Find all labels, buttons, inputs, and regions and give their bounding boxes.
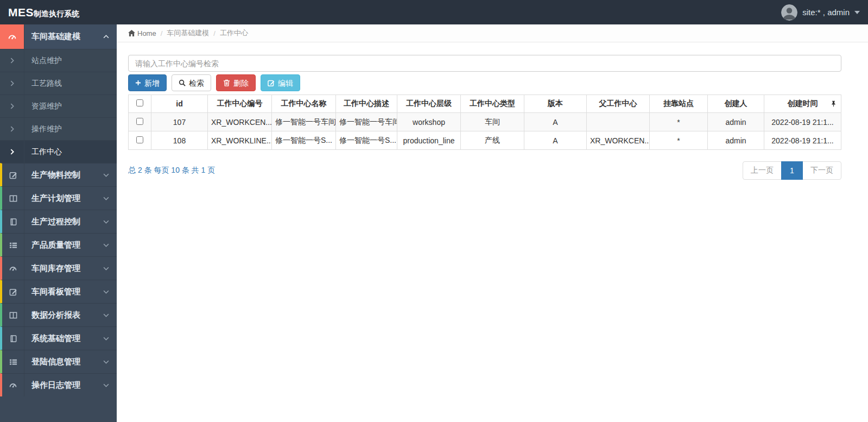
- chevron-down-icon: [103, 173, 109, 177]
- add-button[interactable]: 新增: [128, 74, 167, 91]
- chevron-right-icon: [0, 72, 24, 95]
- delete-button[interactable]: 删除: [216, 74, 256, 91]
- brand-secondary: 制造执行系统: [34, 9, 79, 18]
- breadcrumb-level1[interactable]: 车间基础建模: [167, 28, 209, 38]
- sidebar-subitem-site-maintenance[interactable]: 站点维护: [0, 49, 117, 72]
- chevron-down-icon: [103, 383, 109, 387]
- chevron-down-icon: [103, 197, 109, 200]
- sidebar-item-label: 生产物料控制: [24, 170, 103, 180]
- home-icon: [128, 30, 135, 36]
- sidebar-item-operation-log-management[interactable]: 操作日志管理: [0, 373, 117, 396]
- row-select-cell: [129, 113, 151, 131]
- sidebar-item-label: 生产过程控制: [24, 217, 103, 227]
- caret-down-icon: [854, 11, 860, 14]
- edit-square-icon: [2, 163, 24, 186]
- sidebar-item-label: 车间看板管理: [24, 287, 103, 297]
- content-area: 新增 检索 删除 编辑: [117, 42, 868, 180]
- sidebar-item-workshop-inventory-management[interactable]: 车间库存管理: [0, 256, 117, 280]
- breadcrumb-level2-current: 工作中心: [220, 28, 248, 38]
- column-header: 工作中心名称: [272, 95, 336, 113]
- select-all-checkbox[interactable]: [136, 99, 143, 106]
- brand-logo[interactable]: MES制造执行系统: [8, 6, 79, 19]
- sidebar-subitem-operation-maintenance[interactable]: 操作维护: [0, 117, 117, 140]
- breadcrumb: Home / 车间基础建模 / 工作中心: [117, 24, 868, 42]
- row-select-checkbox[interactable]: [136, 118, 143, 125]
- chevron-down-icon: [103, 360, 109, 364]
- table-cell: XR_WORKLINE...: [208, 131, 272, 150]
- table-row: 107 XR_WORKCEN... 修一智能一号车间 修一智能一号车间 work…: [129, 113, 841, 131]
- table-cell: production_line: [397, 131, 461, 150]
- sidebar-item-label: 车间基础建模: [24, 32, 103, 42]
- gauge-icon: [2, 374, 24, 396]
- table-cell: A: [524, 113, 587, 131]
- chevron-up-icon: [103, 35, 109, 39]
- columns-icon: [2, 187, 24, 210]
- table-cell: XR_WORKCEN...: [587, 131, 650, 150]
- next-page-button[interactable]: 下一页: [802, 161, 841, 180]
- table-row: 108 XR_WORKLINE... 修一智能一号S... 修一智能一号S...…: [129, 131, 841, 150]
- table-cell: admin: [708, 131, 764, 150]
- breadcrumb-home-link[interactable]: Home: [128, 29, 156, 37]
- chevron-right-icon: [0, 118, 24, 140]
- table-cell: XR_WORKCEN...: [208, 113, 272, 131]
- sidebar-item-production-plan-management[interactable]: 生产计划管理: [0, 186, 117, 210]
- plus-icon: [135, 80, 141, 86]
- sidebar: 车间基础建模 站点维护 工艺路线 资源维护 操作维护 工作中心 生产物料控制 生…: [0, 24, 117, 422]
- table-cell: 2022-08-19 21:1...: [764, 113, 841, 131]
- work-center-table: id 工作中心编号 工作中心名称 工作中心描述 工作中心层级 工作中心类型 版本…: [128, 95, 841, 150]
- current-page-button[interactable]: 1: [781, 161, 803, 180]
- chevron-right-icon: [0, 49, 24, 72]
- columns-icon: [2, 304, 24, 326]
- column-header-created-time: 创建时间: [764, 95, 841, 113]
- row-select-cell: [129, 131, 151, 150]
- sidebar-item-production-process-control[interactable]: 生产过程控制: [0, 210, 117, 233]
- sidebar-item-label: 登陆信息管理: [24, 357, 103, 367]
- user-menu[interactable]: site:* , admin: [781, 4, 860, 21]
- column-header: 版本: [524, 95, 587, 113]
- list-icon: [2, 350, 24, 373]
- sidebar-item-login-info-management[interactable]: 登陆信息管理: [0, 350, 117, 373]
- user-avatar: [781, 4, 797, 21]
- breadcrumb-home-label: Home: [137, 29, 156, 37]
- toolbar: 新增 检索 删除 编辑: [128, 74, 841, 91]
- table-cell: *: [650, 113, 708, 131]
- sidebar-item-production-material-control[interactable]: 生产物料控制: [0, 163, 117, 186]
- table-cell: 108: [151, 131, 208, 150]
- sidebar-item-system-basic-management[interactable]: 系统基础管理: [0, 326, 117, 350]
- search-input[interactable]: [128, 55, 841, 72]
- search-button[interactable]: 检索: [172, 74, 211, 91]
- sidebar-item-workshop-kanban-management[interactable]: 车间看板管理: [0, 280, 117, 303]
- header-select-cell: [129, 95, 151, 113]
- sidebar-subitem-process-route[interactable]: 工艺路线: [0, 72, 117, 95]
- book-icon: [2, 210, 24, 233]
- trash-icon: [223, 79, 230, 86]
- table-cell: admin: [708, 113, 764, 131]
- sidebar-item-workshop-basic-modeling[interactable]: 车间基础建模: [0, 24, 117, 49]
- chevron-right-icon: [0, 95, 24, 117]
- table-cell: [587, 113, 650, 131]
- sidebar-subitem-work-center[interactable]: 工作中心: [0, 140, 117, 163]
- prev-page-button[interactable]: 上一页: [743, 161, 782, 180]
- chevron-down-icon: [103, 337, 109, 341]
- sidebar-subitem-label: 资源维护: [24, 102, 117, 111]
- pin-icon[interactable]: [831, 100, 836, 107]
- gauge-icon: [2, 257, 24, 280]
- column-header: 工作中心描述: [336, 95, 397, 113]
- chevron-down-icon: [103, 267, 109, 270]
- sidebar-item-data-analysis-report[interactable]: 数据分析报表: [0, 303, 117, 326]
- table-cell: 修一智能一号车间: [336, 113, 397, 131]
- table-header-row: id 工作中心编号 工作中心名称 工作中心描述 工作中心层级 工作中心类型 版本…: [129, 95, 841, 113]
- sidebar-item-label: 数据分析报表: [24, 310, 103, 320]
- pager: 上一页 1 下一页: [743, 161, 841, 180]
- chevron-down-icon: [103, 313, 109, 317]
- main-content: Home / 车间基础建模 / 工作中心 新增 检索 删除 编辑: [117, 24, 868, 422]
- sidebar-item-label: 系统基础管理: [24, 333, 103, 344]
- table-cell: 车间: [461, 113, 524, 131]
- sidebar-subitem-resource-maintenance[interactable]: 资源维护: [0, 95, 117, 117]
- row-select-checkbox[interactable]: [136, 136, 143, 143]
- edit-button[interactable]: 编辑: [261, 74, 300, 91]
- sidebar-item-product-quality-management[interactable]: 产品质量管理: [0, 233, 117, 256]
- table-cell: 修一智能一号S...: [272, 131, 336, 150]
- table-cell: workshop: [397, 113, 461, 131]
- gauge-icon: [0, 24, 24, 49]
